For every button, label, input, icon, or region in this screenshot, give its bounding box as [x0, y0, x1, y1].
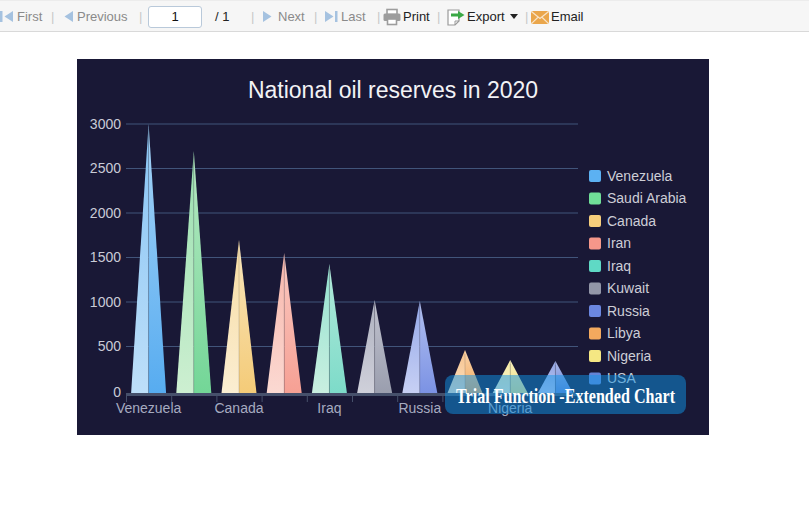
svg-text:Iran: Iran	[607, 235, 631, 251]
svg-text:Russia: Russia	[398, 400, 441, 416]
svg-text:2000: 2000	[90, 205, 121, 221]
svg-text:Canada: Canada	[607, 213, 656, 229]
svg-text:1500: 1500	[90, 249, 121, 265]
svg-text:1000: 1000	[90, 294, 121, 310]
svg-text:Venezuela: Venezuela	[607, 168, 673, 184]
svg-text:Iraq: Iraq	[607, 258, 631, 274]
svg-text:Canada: Canada	[214, 400, 263, 416]
svg-text:Kuwait: Kuwait	[607, 280, 649, 296]
svg-text:3000: 3000	[90, 116, 121, 132]
svg-text:Venezuela: Venezuela	[116, 400, 182, 416]
svg-text:2500: 2500	[90, 160, 121, 176]
svg-text:Russia: Russia	[607, 303, 650, 319]
svg-text:0: 0	[113, 384, 121, 400]
svg-text:Saudi Arabia: Saudi Arabia	[607, 190, 687, 206]
svg-text:Iraq: Iraq	[317, 400, 341, 416]
svg-text:National oil reserves in 2020: National oil reserves in 2020	[248, 77, 538, 103]
svg-text:Libya: Libya	[607, 325, 641, 341]
svg-text:Trial Function -Extended Chart: Trial Function -Extended Chart	[456, 384, 675, 408]
svg-text:Nigeria: Nigeria	[607, 348, 652, 364]
svg-text:500: 500	[98, 338, 122, 354]
